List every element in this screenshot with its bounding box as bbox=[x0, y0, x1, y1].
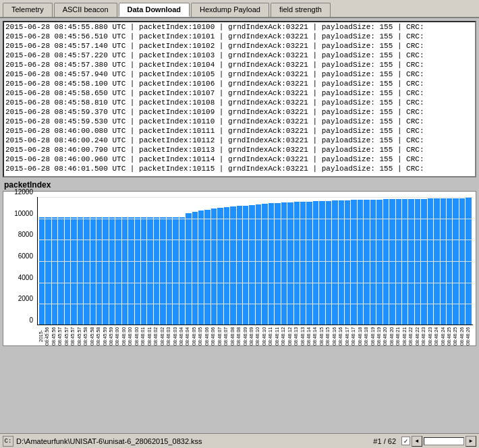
x-axis-label: 08:46:00 bbox=[115, 327, 120, 345]
tab-telemetry[interactable]: Telemetry bbox=[3, 3, 53, 17]
x-axis-labels: 2015-06-28 08:45:5508:45:5608:45:5608:45… bbox=[37, 327, 473, 347]
chart-bar bbox=[249, 205, 254, 325]
log-line: 2015-06-28 08:45:56.510 UTC | packetInde… bbox=[4, 32, 475, 41]
x-axis-label: 08:46:04 bbox=[185, 327, 190, 345]
x-axis-label: 2015-06-28 08:45:55 bbox=[38, 327, 44, 345]
nav-track[interactable] bbox=[424, 437, 464, 445]
chart-bar bbox=[179, 217, 185, 325]
x-axis-label: 08:46:26 bbox=[466, 327, 471, 345]
x-axis-label: 08:46:24 bbox=[434, 327, 439, 345]
x-axis-label: 08:45:57 bbox=[77, 327, 82, 345]
x-axis-label: 08:46:21 bbox=[402, 327, 407, 345]
chart-bar bbox=[84, 217, 89, 325]
chart-bar bbox=[122, 217, 128, 325]
chart-bar bbox=[243, 206, 248, 325]
chart-bar bbox=[52, 217, 57, 325]
x-labels-row: 2015-06-28 08:45:5508:45:5608:45:5608:45… bbox=[37, 327, 473, 345]
checkbox[interactable]: ✓ bbox=[401, 437, 410, 445]
chart-bar bbox=[173, 217, 178, 325]
chart-bar bbox=[115, 217, 121, 325]
grid-line bbox=[38, 240, 473, 240]
x-axis-label: 08:46:20 bbox=[389, 327, 395, 345]
x-axis-label: 08:46:04 bbox=[179, 327, 184, 345]
x-axis-label: 08:46:17 bbox=[345, 327, 350, 345]
chart-bar bbox=[65, 217, 70, 325]
y-axis-label: 8000 bbox=[18, 231, 33, 238]
y-axis-labels: 120001000080006000400020000 bbox=[3, 192, 36, 320]
grid-line bbox=[38, 197, 473, 198]
status-nav: ✓ ◄ ► bbox=[401, 436, 476, 447]
chart-bar bbox=[294, 202, 300, 325]
x-axis-label: 08:46:19 bbox=[376, 327, 382, 345]
chart-bar bbox=[319, 201, 325, 325]
x-axis-label: 08:45:58 bbox=[90, 327, 95, 345]
chart-bar bbox=[147, 217, 152, 325]
x-axis-label: 08:46:12 bbox=[281, 327, 286, 345]
nav-next-button[interactable]: ► bbox=[466, 436, 476, 447]
log-line: 2015-06-28 08:45:58.810 UTC | packetInde… bbox=[4, 98, 475, 107]
x-axis-label: 08:46:15 bbox=[325, 327, 331, 345]
chart-inner bbox=[37, 197, 473, 325]
log-line: 2015-06-28 08:45:58.100 UTC | packetInde… bbox=[4, 79, 475, 88]
x-axis-label: 08:46:06 bbox=[204, 327, 210, 345]
chart-bar bbox=[300, 202, 306, 325]
x-axis-label: 08:46:24 bbox=[441, 327, 446, 345]
log-line: 2015-06-28 08:46:01.500 UTC | packetInde… bbox=[4, 164, 475, 173]
chart-bar bbox=[141, 217, 146, 325]
tab-field-strength[interactable]: field strength bbox=[271, 3, 331, 17]
chart-bar bbox=[230, 206, 235, 325]
chart-bar bbox=[287, 202, 293, 325]
x-axis-label: 08:46:05 bbox=[198, 327, 203, 345]
x-axis-label: 08:45:58 bbox=[96, 327, 101, 345]
log-line: 2015-06-28 08:45:57.140 UTC | packetInde… bbox=[4, 41, 475, 51]
chart-bar bbox=[217, 208, 223, 325]
x-axis-label: 08:46:22 bbox=[415, 327, 420, 345]
x-axis-label: 08:46:00 bbox=[134, 327, 140, 345]
chart-bar bbox=[269, 203, 274, 325]
chart-bar bbox=[198, 211, 204, 325]
x-axis-label: 08:46:01 bbox=[147, 327, 152, 345]
chart-bar bbox=[160, 217, 165, 325]
nav-prev-button[interactable]: ◄ bbox=[412, 436, 422, 447]
log-line: 2015-06-28 08:46:00.240 UTC | packetInde… bbox=[4, 136, 475, 145]
x-axis-label: 08:46:09 bbox=[249, 327, 254, 345]
status-bar: C: D:\Amateurfunk\UNISAT-6\unisat-6_2806… bbox=[0, 433, 479, 448]
grid-line bbox=[38, 304, 473, 304]
x-axis-label: 08:46:18 bbox=[358, 327, 363, 345]
x-axis-label: 08:46:07 bbox=[217, 327, 223, 345]
x-axis-label: 08:45:59 bbox=[103, 327, 108, 345]
x-axis-label: 08:46:12 bbox=[287, 327, 293, 345]
x-axis-label: 08:46:02 bbox=[160, 327, 165, 345]
chart-bar bbox=[306, 202, 312, 325]
chart-bar bbox=[204, 210, 210, 325]
chart-bar bbox=[78, 217, 83, 325]
chart-title: packetIndex bbox=[3, 180, 476, 190]
grid-line bbox=[38, 261, 473, 262]
x-axis-label: 08:46:23 bbox=[428, 327, 433, 345]
y-axis-label: 6000 bbox=[18, 252, 33, 260]
chart-bar bbox=[45, 217, 51, 325]
tab-hexdump-payload[interactable]: Hexdump Payload bbox=[191, 3, 269, 17]
x-axis-label: 08:46:13 bbox=[293, 327, 299, 345]
tab-ascii-beacon[interactable]: ASCII beacon bbox=[54, 3, 117, 17]
log-line: 2015-06-28 08:45:55.880 UTC | packetInde… bbox=[4, 22, 475, 32]
checkbox-area: ✓ bbox=[401, 437, 410, 445]
x-axis-label: 08:46:14 bbox=[306, 327, 312, 345]
x-axis-label: 08:46:15 bbox=[319, 327, 325, 345]
tab-data-download[interactable]: Data Download bbox=[119, 3, 190, 17]
chart-bar bbox=[237, 206, 242, 325]
log-line: 2015-06-28 08:46:00.790 UTC | packetInde… bbox=[4, 145, 475, 155]
x-axis-label: 08:46:18 bbox=[364, 327, 369, 345]
chart-bar bbox=[262, 204, 267, 325]
chart-bar bbox=[128, 217, 134, 325]
log-area[interactable]: 2015-06-28 08:45:55.880 UTC | packetInde… bbox=[3, 21, 476, 177]
x-axis-label: 08:45:57 bbox=[64, 327, 69, 345]
log-line: 2015-06-28 08:45:57.940 UTC | packetInde… bbox=[4, 69, 475, 79]
x-axis-label: 08:46:03 bbox=[166, 327, 171, 345]
log-line: 2015-06-28 08:46:00.960 UTC | packetInde… bbox=[4, 155, 475, 164]
chart-bar bbox=[58, 217, 63, 325]
chart-bar bbox=[39, 217, 45, 325]
status-icon[interactable]: C: bbox=[3, 436, 13, 447]
x-axis-label: 08:46:11 bbox=[268, 327, 273, 345]
chart-bar bbox=[96, 217, 102, 325]
